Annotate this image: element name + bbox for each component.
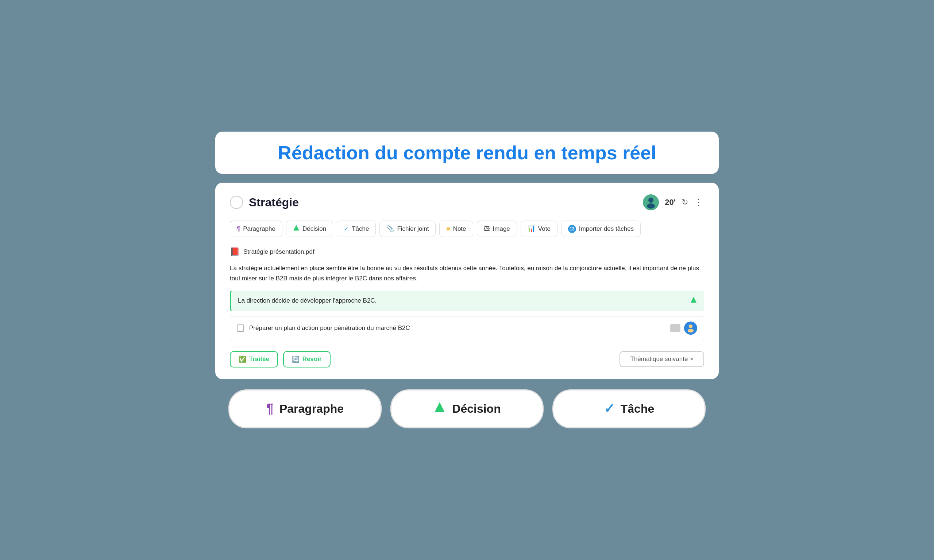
more-options-icon[interactable]: ⋮ [694, 197, 704, 208]
vote-label: Vote [538, 225, 550, 232]
traitee-check-icon: ✅ [239, 355, 246, 363]
task-tag [670, 324, 680, 332]
card-header: Stratégie 20' ↻ ⋮ [230, 194, 704, 210]
traitee-label: Traitée [249, 355, 269, 363]
pdf-icon: 📕 [230, 247, 240, 257]
paragraphe-button[interactable]: ¶ Paragraphe [230, 221, 282, 237]
importer-button[interactable]: 13 Importer des tâches [561, 221, 641, 237]
paperclip-icon: 📎 [386, 225, 394, 232]
footer-left: ✅ Traitée 🔄 Revoir [230, 351, 331, 368]
user-avatar [643, 194, 659, 210]
bottom-tache-button[interactable]: ✓ Tâche [552, 389, 706, 428]
fichier-joint-button[interactable]: 📎 Fichier joint [379, 221, 436, 237]
task-row: Préparer un plan d'action pour pénétrati… [230, 316, 704, 340]
bottom-decision-icon [433, 401, 446, 417]
file-name: Stratégie présentation.pdf [244, 248, 314, 255]
bottom-paragraphe-button[interactable]: ¶ Paragraphe [228, 389, 382, 428]
decision-label: Décision [302, 225, 326, 232]
paragraphe-label: Paragraphe [243, 225, 276, 232]
bottom-actions: ¶ Paragraphe Décision ✓ Tâche [215, 389, 719, 428]
note-button[interactable]: ■ Note [439, 221, 473, 237]
task-right [670, 322, 697, 335]
decision-text: La direction décide de développer l'appr… [238, 297, 376, 305]
topic-status-circle[interactable] [230, 196, 243, 209]
task-checkbox[interactable] [237, 325, 244, 332]
traitee-button[interactable]: ✅ Traitée [230, 351, 278, 368]
next-topic-button[interactable]: Thématique suivante > [620, 351, 704, 367]
importer-badge: 13 [568, 225, 576, 233]
main-card: Stratégie 20' ↻ ⋮ ¶ Paragraphe [215, 183, 719, 379]
image-button[interactable]: 🖼 Image [477, 221, 517, 237]
svg-point-0 [648, 198, 653, 203]
vote-button[interactable]: 📊 Vote [521, 221, 558, 237]
card-footer: ✅ Traitée 🔄 Revoir Thématique suivante > [230, 348, 704, 368]
svg-point-1 [647, 203, 655, 209]
body-text: La stratégie actuellement en place sembl… [230, 263, 704, 283]
outer-container: Rédaction du compte rendu en temps réel … [215, 132, 719, 428]
bottom-task-icon: ✓ [604, 401, 615, 416]
revoir-label: Revoir [302, 355, 322, 363]
decision-button[interactable]: Décision [286, 221, 333, 237]
importer-label: Importer des tâches [579, 225, 634, 232]
refresh-icon[interactable]: ↻ [681, 198, 688, 207]
toolbar: ¶ Paragraphe Décision ✓ Tâche 📎 Fichier … [230, 221, 704, 237]
task-assignee-avatar [684, 322, 697, 335]
revoir-button[interactable]: 🔄 Revoir [283, 351, 331, 368]
topic-title: Stratégie [249, 196, 299, 209]
page-title: Rédaction du compte rendu en temps réel [230, 142, 704, 164]
note-icon: ■ [446, 225, 450, 232]
image-icon: 🖼 [484, 225, 490, 232]
task-check-icon: ✓ [344, 225, 349, 232]
decision-icon [293, 225, 299, 233]
decision-row: La direction décide de développer l'appr… [230, 291, 704, 311]
vote-icon: 📊 [527, 225, 535, 232]
task-left: Préparer un plan d'action pour pénétrati… [237, 325, 410, 332]
bottom-paragraphe-label: Paragraphe [279, 402, 344, 415]
decision-flag-icon [690, 296, 698, 306]
svg-point-2 [689, 325, 692, 328]
note-label: Note [453, 225, 466, 232]
svg-point-3 [688, 329, 694, 332]
task-text: Préparer un plan d'action pour pénétrati… [249, 325, 410, 332]
tache-button[interactable]: ✓ Tâche [337, 221, 376, 237]
bottom-tache-label: Tâche [621, 402, 654, 415]
next-topic-label: Thématique suivante > [630, 355, 693, 362]
page-title-card: Rédaction du compte rendu en temps réel [215, 132, 719, 174]
tache-label: Tâche [352, 225, 369, 232]
bottom-paragraph-icon: ¶ [266, 401, 274, 416]
bottom-decision-button[interactable]: Décision [390, 389, 544, 428]
card-header-left: Stratégie [230, 196, 299, 209]
image-label: Image [493, 225, 510, 232]
revoir-icon: 🔄 [292, 355, 299, 363]
time-label: 20' [665, 198, 676, 207]
fichier-joint-label: Fichier joint [397, 225, 429, 232]
file-attachment: 📕 Stratégie présentation.pdf [230, 247, 704, 257]
card-header-right: 20' ↻ ⋮ [643, 194, 704, 210]
bottom-decision-label: Décision [452, 402, 501, 415]
paragraphe-icon: ¶ [237, 225, 240, 232]
